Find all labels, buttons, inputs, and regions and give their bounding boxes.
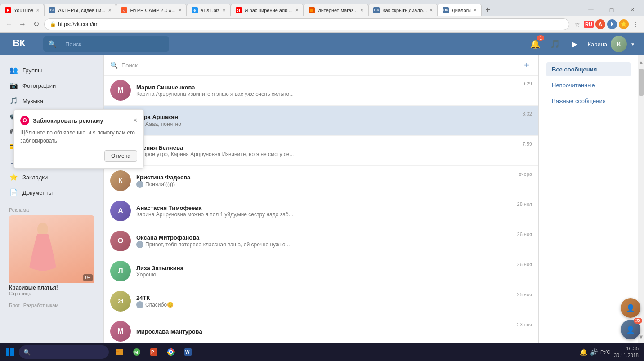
user-icon-addr[interactable]: К [607, 19, 617, 29]
taskbar-app-malware[interactable]: M [129, 344, 145, 360]
conversation-7[interactable]: Л Лиза Затылкина Хорошо 26 ноя [104, 256, 538, 286]
search-icon: 🔍 [49, 40, 56, 48]
music-icon: 🎵 [9, 96, 18, 105]
conversation-4[interactable]: К Кристина Фадеева Поняла)))))) вчера [104, 166, 538, 196]
maximize-button[interactable]: □ [602, 4, 622, 16]
tab-close-inet[interactable]: × [360, 7, 363, 13]
vk-search-input[interactable] [60, 36, 186, 52]
ad-image[interactable]: 0+ Красивые платья! Страница [9, 215, 94, 298]
vk-logo[interactable]: ВК [9, 36, 36, 52]
reload-button[interactable]: ↻ [31, 19, 41, 30]
ad-count-badge: 0+ [83, 274, 93, 281]
back-button[interactable]: ← [4, 19, 14, 30]
menu-button[interactable]: ⋮ [631, 19, 640, 29]
conv-preview-5: Карина Арцруновна можно я пол 1 уйду,мне… [136, 211, 512, 218]
link-dev[interactable]: Разработчикам [23, 303, 58, 308]
filter-important[interactable]: Важные сообщения [546, 94, 631, 108]
tab-hype[interactable]: X HYPE CAMP 2.0 //... × [116, 4, 186, 16]
chat-float-avatar-2[interactable]: 👤 23 [621, 320, 640, 339]
start-button[interactable] [2, 344, 18, 360]
sidebar-item-music[interactable]: 🎵 Музыка [0, 93, 103, 108]
tab-close-vk-actors[interactable]: × [108, 7, 111, 13]
conversation-2[interactable]: Л Лара Аршакян Аааа, понятно 8:32 [104, 106, 538, 136]
tab-favicon-inet [309, 7, 315, 13]
vk-search-box[interactable]: 🔍 [43, 36, 169, 52]
lock-icon: 🔒 [50, 21, 56, 27]
tab-dialogs[interactable]: ВК Диалоги × [438, 4, 482, 16]
tab-close-yandex[interactable]: × [295, 7, 299, 13]
sidebar-item-docs[interactable]: 📄 Документы [0, 185, 103, 200]
scroll-thumb[interactable] [639, 69, 644, 96]
ad-block-cancel-button[interactable]: Отмена [104, 150, 137, 162]
taskbar-app-powerpoint[interactable]: P [146, 344, 162, 360]
scroll-up-button[interactable]: ▲ [638, 55, 644, 69]
close-button[interactable]: × [622, 4, 642, 16]
yandex-icon[interactable]: ⭐ [619, 19, 629, 29]
conv-info-1: Мария Синиченкова Карина Арцруновна изви… [136, 84, 517, 97]
conv-time-8: 25 ноя [517, 292, 532, 297]
tab-hide[interactable]: ВК Как скрыть диало... × [368, 4, 438, 16]
avatar-1: М [110, 80, 131, 101]
notifications-button[interactable]: 🔔 1 [528, 37, 542, 51]
music-button[interactable]: 🎵 [548, 37, 562, 51]
conversation-1[interactable]: М Мария Синиченкова Карина Арцруновна из… [104, 76, 538, 106]
tab-close-hide[interactable]: × [429, 7, 433, 13]
vpn-icon[interactable]: RU [584, 21, 594, 28]
minimize-button[interactable]: ─ [581, 4, 601, 16]
adblock-icon[interactable]: A [595, 19, 605, 29]
sidebar-item-photos[interactable]: 📷 Фотографии [0, 78, 103, 93]
conv-name-3: Ксения Беляева [136, 144, 517, 151]
conversation-5[interactable]: А Анастасия Тимофеева Карина Арцруновна … [104, 196, 538, 226]
play-button[interactable]: ▶ [568, 37, 582, 51]
user-menu[interactable]: Карина К ▼ [587, 36, 635, 52]
tab-close-dialogs[interactable]: × [474, 7, 477, 13]
tab-label-youtube: YouTube [14, 8, 33, 13]
forward-button[interactable]: → [17, 19, 28, 30]
main-content: 👥 Группы 📷 Фотографии 🎵 Музыка 📹 Видео 🎮… [0, 55, 644, 343]
taskbar-app-chrome[interactable] [163, 344, 179, 360]
conv-name-1: Мария Синиченкова [136, 84, 517, 91]
tab-favicon-hype: X [121, 7, 127, 13]
tab-close-hype[interactable]: × [179, 7, 182, 13]
tab-etxt[interactable]: e eTXT.biz × [187, 4, 231, 16]
new-message-button[interactable]: + [521, 60, 532, 71]
tab-youtube[interactable]: YouTube × [0, 4, 44, 16]
taskbar-app-word[interactable]: W [180, 344, 196, 360]
address-input[interactable]: 🔒 https://vk.com/im [44, 18, 569, 30]
sidebar-item-bookmarks[interactable]: ⭐ Закладки [0, 169, 103, 185]
link-blog[interactable]: Блог [9, 303, 20, 308]
taskbar-network-icon[interactable]: 🔔 [580, 348, 587, 356]
conversation-6[interactable]: О Оксана Митрофанова Привет, тебя потеря… [104, 226, 538, 256]
conv-preview-sub-avatar-8 [136, 301, 143, 308]
taskbar-app-filemanager[interactable] [112, 344, 128, 360]
bookmark-icon[interactable]: ☆ [572, 19, 582, 29]
conv-preview-8: Спасибо😊 [136, 301, 512, 308]
tab-inet[interactable]: Интернет-магаз... × [304, 4, 368, 16]
conversation-9[interactable]: М Мирослава Мантурова 23 ноя [104, 316, 538, 347]
conversation-3[interactable]: К Ксения Беляева Доброе утро, Карина Арц… [104, 136, 538, 166]
address-text[interactable]: https://vk.com/im [58, 21, 98, 27]
chat-float-avatar-1[interactable]: 👤 [621, 298, 640, 318]
filter-unread[interactable]: Непрочитанные [546, 78, 631, 92]
sidebar-item-groups[interactable]: 👥 Группы [0, 62, 103, 78]
new-tab-button[interactable]: + [482, 4, 494, 16]
tab-vk-actors[interactable]: ВК АКТЕРЫ, сидевши... × [44, 4, 116, 16]
conv-preview-7: Хорошо [136, 272, 512, 278]
taskbar-language-label[interactable]: РУС [600, 349, 610, 355]
conversation-8[interactable]: 24 24ТК Спасибо😊 25 ноя [104, 286, 538, 316]
conv-preview-sub-avatar-4 [136, 181, 143, 188]
tab-close-etxt[interactable]: × [223, 7, 226, 13]
user-avatar[interactable]: К [611, 36, 627, 52]
taskbar-search[interactable]: 🔍 [19, 345, 109, 359]
sidebar-label-docs: Документы [22, 189, 53, 196]
filter-all-messages[interactable]: Все сообщения [546, 62, 631, 76]
tab-favicon-dialogs: ВК [443, 7, 449, 13]
tab-close-youtube[interactable]: × [36, 7, 39, 13]
ad-block-close-button[interactable]: × [133, 116, 137, 125]
scroll-track[interactable] [638, 69, 644, 330]
tab-yandex[interactable]: Я Я расширение adbl... × [231, 4, 304, 16]
messages-search-input[interactable] [121, 62, 518, 69]
messages-area: 🔍 + М Мария Синиченкова Карина Арцруновн… [103, 55, 539, 343]
taskbar-volume-icon[interactable]: 🔊 [590, 348, 598, 356]
notification-badge: 1 [537, 35, 544, 41]
